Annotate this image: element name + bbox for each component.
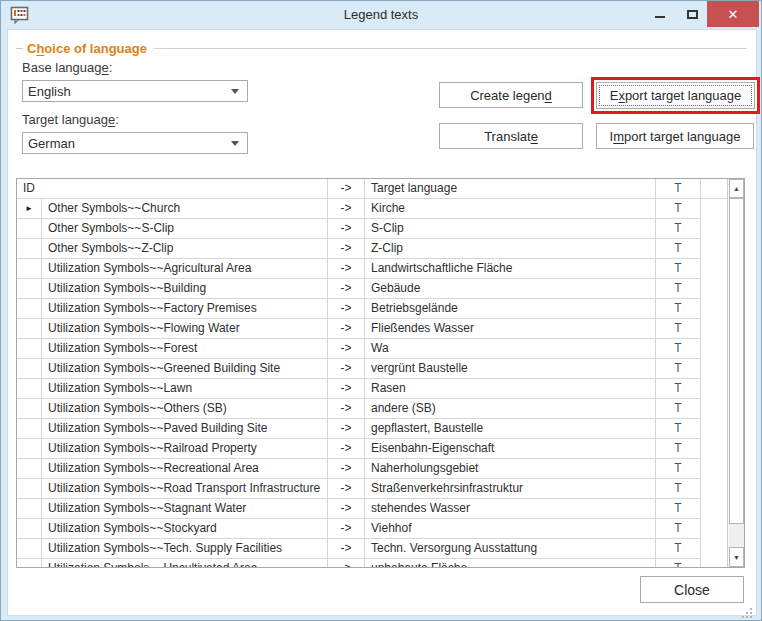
- target-language-cell[interactable]: Betriebsgelände: [365, 299, 656, 319]
- arrow-cell[interactable]: ->: [328, 559, 365, 567]
- arrow-cell[interactable]: ->: [328, 479, 365, 499]
- id-cell[interactable]: Utilization Symbols~~Stagnant Water: [42, 499, 328, 519]
- translated-flag-cell[interactable]: T: [656, 399, 701, 419]
- create-legend-button[interactable]: Create legend: [439, 82, 583, 108]
- arrow-cell[interactable]: ->: [328, 199, 365, 219]
- translated-flag-cell[interactable]: T: [656, 539, 701, 559]
- target-language-cell[interactable]: S-Clip: [365, 219, 656, 239]
- column-header-t[interactable]: T: [656, 179, 701, 199]
- id-cell[interactable]: Other Symbols~~Church: [42, 199, 328, 219]
- translated-flag-cell[interactable]: T: [656, 259, 701, 279]
- translated-flag-cell[interactable]: T: [656, 439, 701, 459]
- id-cell[interactable]: Other Symbols~~Z-Clip: [42, 239, 328, 259]
- target-language-cell[interactable]: Naherholungsgebiet: [365, 459, 656, 479]
- arrow-cell[interactable]: ->: [328, 279, 365, 299]
- row-indicator[interactable]: [17, 479, 42, 499]
- arrow-cell[interactable]: ->: [328, 239, 365, 259]
- row-indicator[interactable]: [17, 259, 42, 279]
- id-cell[interactable]: Utilization Symbols~~Building: [42, 279, 328, 299]
- minimize-button[interactable]: [643, 1, 677, 27]
- id-cell[interactable]: Utilization Symbols~~Tech. Supply Facili…: [42, 539, 328, 559]
- close-window-button[interactable]: ✕: [707, 1, 759, 27]
- arrow-cell[interactable]: ->: [328, 539, 365, 559]
- target-language-cell[interactable]: Rasen: [365, 379, 656, 399]
- arrow-cell[interactable]: ->: [328, 399, 365, 419]
- id-cell[interactable]: Utilization Symbols~~Greened Building Si…: [42, 359, 328, 379]
- column-header-arrow[interactable]: ->: [328, 179, 365, 199]
- id-cell[interactable]: Utilization Symbols~~Factory Premises: [42, 299, 328, 319]
- target-language-cell[interactable]: Kirche: [365, 199, 656, 219]
- target-language-cell[interactable]: stehendes Wasser: [365, 499, 656, 519]
- scroll-up-button[interactable]: ▲: [729, 179, 744, 198]
- translated-flag-cell[interactable]: T: [656, 459, 701, 479]
- id-cell[interactable]: Utilization Symbols~~Uncultivated Area: [42, 559, 328, 567]
- target-language-cell[interactable]: unbebaute Fläche: [365, 559, 656, 567]
- row-indicator[interactable]: [17, 399, 42, 419]
- translated-flag-cell[interactable]: T: [656, 499, 701, 519]
- target-language-cell[interactable]: Viehhof: [365, 519, 656, 539]
- scrollbar-track[interactable]: [729, 524, 744, 547]
- arrow-cell[interactable]: ->: [328, 319, 365, 339]
- row-indicator[interactable]: [17, 439, 42, 459]
- target-language-cell[interactable]: andere (SB): [365, 399, 656, 419]
- row-indicator[interactable]: ►: [17, 199, 42, 219]
- row-indicator[interactable]: [17, 519, 42, 539]
- arrow-cell[interactable]: ->: [328, 439, 365, 459]
- target-language-cell[interactable]: gepflastert, Baustelle: [365, 419, 656, 439]
- target-language-cell[interactable]: Z-Clip: [365, 239, 656, 259]
- id-cell[interactable]: Utilization Symbols~~Others (SB): [42, 399, 328, 419]
- import-target-language-button[interactable]: Import target language: [596, 123, 754, 149]
- scroll-down-button[interactable]: ▼: [729, 547, 744, 567]
- row-indicator[interactable]: [17, 419, 42, 439]
- translated-flag-cell[interactable]: T: [656, 319, 701, 339]
- row-indicator[interactable]: [17, 459, 42, 479]
- row-indicator[interactable]: [17, 499, 42, 519]
- id-cell[interactable]: Utilization Symbols~~Flowing Water: [42, 319, 328, 339]
- row-indicator[interactable]: [17, 339, 42, 359]
- row-indicator[interactable]: [17, 299, 42, 319]
- translated-flag-cell[interactable]: T: [656, 419, 701, 439]
- scrollbar-thumb[interactable]: [729, 198, 744, 524]
- id-cell[interactable]: Utilization Symbols~~Stockyard: [42, 519, 328, 539]
- id-cell[interactable]: Utilization Symbols~~Agricultural Area: [42, 259, 328, 279]
- arrow-cell[interactable]: ->: [328, 339, 365, 359]
- id-cell[interactable]: Utilization Symbols~~Paved Building Site: [42, 419, 328, 439]
- translated-flag-cell[interactable]: T: [656, 219, 701, 239]
- arrow-cell[interactable]: ->: [328, 259, 365, 279]
- row-indicator[interactable]: [17, 359, 42, 379]
- translated-flag-cell[interactable]: T: [656, 299, 701, 319]
- target-language-cell[interactable]: Landwirtschaftliche Fläche: [365, 259, 656, 279]
- row-indicator[interactable]: [17, 539, 42, 559]
- translated-flag-cell[interactable]: T: [656, 479, 701, 499]
- translated-flag-cell[interactable]: T: [656, 239, 701, 259]
- arrow-cell[interactable]: ->: [328, 219, 365, 239]
- target-language-cell[interactable]: Eisenbahn-Eigenschaft: [365, 439, 656, 459]
- arrow-cell[interactable]: ->: [328, 519, 365, 539]
- id-cell[interactable]: Utilization Symbols~~Forest: [42, 339, 328, 359]
- row-indicator[interactable]: [17, 219, 42, 239]
- close-button[interactable]: Close: [640, 576, 744, 603]
- arrow-cell[interactable]: ->: [328, 499, 365, 519]
- base-language-select[interactable]: English: [22, 80, 248, 102]
- arrow-cell[interactable]: ->: [328, 359, 365, 379]
- target-language-cell[interactable]: Gebäude: [365, 279, 656, 299]
- target-language-cell[interactable]: vergrünt Baustelle: [365, 359, 656, 379]
- id-cell[interactable]: Utilization Symbols~~Recreational Area: [42, 459, 328, 479]
- target-language-cell[interactable]: Fließendes Wasser: [365, 319, 656, 339]
- titlebar[interactable]: Legend texts ✕: [1, 1, 761, 29]
- target-language-cell[interactable]: Techn. Versorgung Ausstattung: [365, 539, 656, 559]
- maximize-button[interactable]: [677, 1, 707, 27]
- translated-flag-cell[interactable]: T: [656, 279, 701, 299]
- arrow-cell[interactable]: ->: [328, 459, 365, 479]
- row-indicator[interactable]: [17, 379, 42, 399]
- target-language-cell[interactable]: Straßenverkehrsinfrastruktur: [365, 479, 656, 499]
- translated-flag-cell[interactable]: T: [656, 359, 701, 379]
- id-cell[interactable]: Utilization Symbols~~Lawn: [42, 379, 328, 399]
- row-indicator[interactable]: [17, 319, 42, 339]
- id-cell[interactable]: Utilization Symbols~~Railroad Property: [42, 439, 328, 459]
- export-target-language-button[interactable]: Export target language: [596, 82, 755, 109]
- arrow-cell[interactable]: ->: [328, 299, 365, 319]
- row-indicator[interactable]: [17, 279, 42, 299]
- translate-button[interactable]: Translate: [439, 123, 583, 149]
- translated-flag-cell[interactable]: T: [656, 199, 701, 219]
